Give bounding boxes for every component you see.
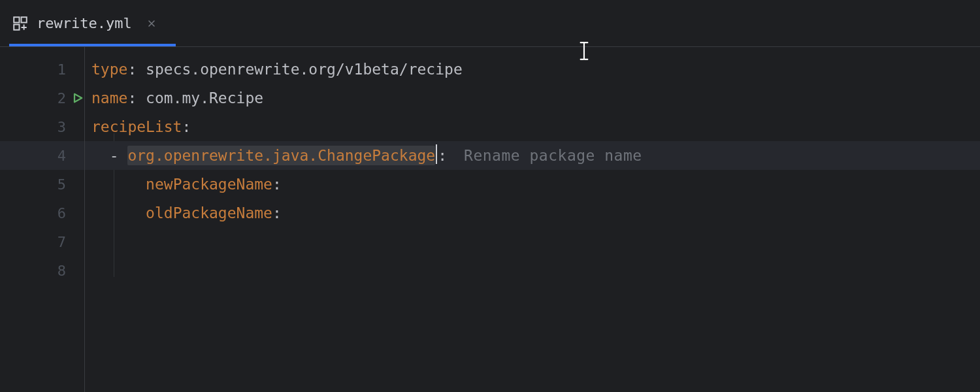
text-caret [436, 144, 437, 164]
svg-rect-1 [22, 17, 27, 22]
code-line[interactable]: type: specs.openrewrite.org/v1beta/recip… [85, 55, 980, 84]
code-area[interactable]: type: specs.openrewrite.org/v1beta/recip… [85, 47, 980, 392]
code-line[interactable] [85, 256, 980, 285]
gutter-line[interactable]: 3 [0, 112, 84, 141]
gutter-line[interactable]: 6 [0, 199, 84, 227]
inline-hint: Rename package name [464, 147, 642, 164]
editor: 1 2 3 4 5 6 7 8 type: specs.openrewrite.… [0, 47, 980, 392]
code-line[interactable]: newPackageName: [85, 170, 980, 199]
code-line[interactable] [85, 227, 980, 256]
gutter-line[interactable]: 7 [0, 227, 84, 256]
svg-rect-0 [14, 17, 19, 22]
yml-file-icon [12, 15, 29, 32]
ibeam-cursor-icon [579, 41, 589, 61]
close-icon[interactable] [145, 17, 158, 30]
svg-rect-2 [14, 24, 19, 29]
tab-filename: rewrite.yml [37, 15, 132, 31]
code-line[interactable]: recipeList: [85, 112, 980, 141]
tab-bar: rewrite.yml [0, 0, 980, 47]
gutter-line[interactable]: 5 [0, 170, 84, 199]
gutter-line[interactable]: 8 [0, 256, 84, 285]
file-tab[interactable]: rewrite.yml [0, 0, 170, 46]
code-line[interactable]: name: com.my.Recipe [85, 84, 980, 112]
gutter-line[interactable]: 1 [0, 55, 84, 84]
code-line[interactable]: oldPackageName: [85, 199, 980, 227]
run-icon[interactable] [71, 91, 85, 105]
gutter-line[interactable]: 2 [0, 84, 84, 112]
gutter: 1 2 3 4 5 6 7 8 [0, 47, 85, 392]
tab-active-indicator [9, 44, 176, 46]
gutter-line[interactable]: 4 [0, 141, 84, 170]
code-line[interactable]: - org.openrewrite.java.ChangePackage:Ren… [85, 141, 980, 170]
highlighted-symbol: org.openrewrite.java.ChangePackage [127, 146, 435, 165]
